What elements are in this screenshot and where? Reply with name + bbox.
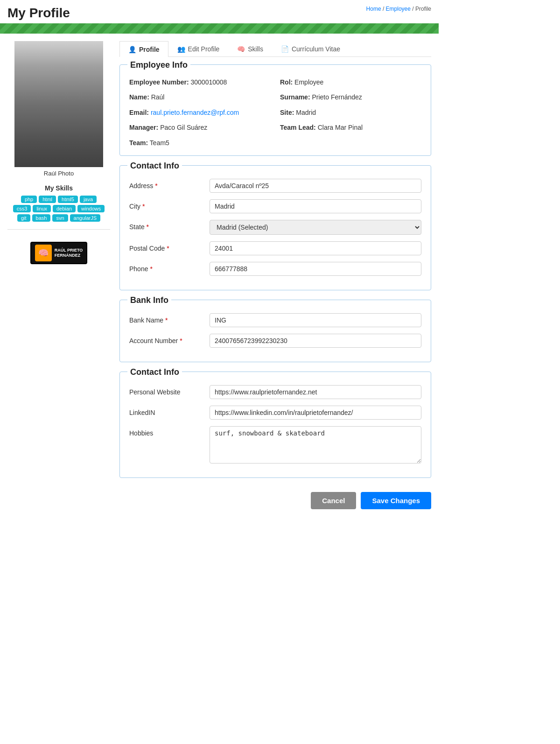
emp-field-manager: Manager: Paco Gil Suárez [129, 122, 271, 133]
form-row-linkedin: LinkedIN [129, 406, 421, 420]
page-header: My Profile Home / Employee / Profile [0, 0, 439, 23]
emp-field-name: Name: Raúl [129, 92, 271, 102]
city-label: City * [129, 199, 204, 210]
emp-teamlead-value: Clara Mar Pinal [318, 124, 363, 131]
emp-number-value: 3000010008 [190, 78, 227, 86]
skill-tag-angularJS: angularJS [70, 214, 101, 222]
breadcrumb-current: Profile [415, 6, 431, 12]
photo-person [14, 41, 103, 167]
emp-manager-value: Paco Gil Suárez [160, 124, 207, 131]
skill-tag-html5: html5 [58, 196, 78, 203]
sidebar-divider [7, 229, 110, 230]
progress-bar-fill [0, 23, 439, 34]
contact-info-section: Contact Info Address * City * [119, 165, 431, 290]
emp-field-surname: Surname: Prieto Fernández [280, 92, 421, 102]
form-row-postal: Postal Code * [129, 241, 421, 255]
brand-icon: 🧠 [35, 245, 52, 261]
emp-site-label: Site: [280, 109, 294, 116]
emp-field-teamlead: Team Lead: Clara Mar Pinal [280, 122, 421, 133]
bank-info-title: Bank Info [127, 295, 171, 305]
skill-tag-css3: css3 [13, 205, 31, 212]
personal-info-title: Contact Info [127, 367, 182, 377]
website-input[interactable] [210, 385, 421, 399]
emp-teamlead-label: Team Lead: [280, 124, 316, 131]
website-label: Personal Website [129, 385, 204, 396]
emp-team-label: Team: [129, 139, 148, 147]
skill-tag-java: java [80, 196, 97, 203]
address-input[interactable] [210, 179, 421, 193]
emp-field-team: Team: Team5 [129, 138, 271, 148]
emp-rol-label: Rol: [280, 78, 293, 86]
postal-input[interactable] [210, 241, 421, 255]
tab-edit-profile-label: Edit Profile [188, 45, 220, 53]
emp-email-value[interactable]: raul.prieto.fernandez@rpf.com [151, 109, 239, 116]
account-input[interactable] [210, 334, 421, 348]
bank-name-label: Bank Name * [129, 313, 204, 324]
cv-icon: 📄 [281, 45, 289, 53]
tab-skills-label: Skills [248, 45, 263, 53]
bank-name-input[interactable] [210, 313, 421, 327]
person-icon: 👤 [128, 46, 136, 53]
skill-tag-debian: debian [53, 205, 76, 212]
tab-edit-profile[interactable]: 👥 Edit Profile [168, 41, 229, 56]
edit-profile-icon: 👥 [177, 45, 185, 53]
form-row-bank-name: Bank Name * [129, 313, 421, 327]
phone-input[interactable] [210, 262, 421, 276]
account-required: * [180, 337, 182, 344]
tab-profile[interactable]: 👤 Profile [119, 41, 168, 57]
save-button[interactable]: Save Changes [361, 492, 431, 509]
employee-info-title: Employee Info [127, 60, 190, 70]
breadcrumb-sep1: / [383, 6, 386, 12]
skill-tag-svn: svn [52, 214, 68, 222]
address-label: Address * [129, 179, 204, 190]
form-row-state: State * Madrid (Selected) Barcelona Vale… [129, 220, 421, 235]
tab-skills[interactable]: 🧠 Skills [228, 41, 272, 56]
emp-site-value: Madrid [296, 109, 316, 116]
skill-tag-windows: windows [77, 205, 105, 212]
emp-surname-label: Surname: [280, 93, 310, 101]
emp-email-label: Email: [129, 109, 149, 116]
address-required: * [155, 182, 157, 190]
state-label: State * [129, 220, 204, 231]
city-input[interactable] [210, 199, 421, 213]
employee-info-section: Employee Info Employee Number: 300001000… [119, 64, 431, 156]
state-required: * [147, 223, 149, 231]
skill-tag-bash: bash [32, 214, 51, 222]
personal-info-section: Contact Info Personal Website LinkedIN H… [119, 372, 431, 478]
form-row-phone: Phone * [129, 262, 421, 276]
breadcrumb: Home / Employee / Profile [366, 6, 431, 12]
hobbies-textarea[interactable]: surf, snowboard & skateboard [210, 426, 421, 463]
form-row-city: City * [129, 199, 421, 213]
bank-info-form: Bank Name * Account Number * [129, 313, 421, 348]
photo-caption: Raúl Photo [44, 170, 74, 177]
city-required: * [142, 203, 145, 210]
brand-logo: 🧠 RAÚL PRIETOFERNÁNDEZ [30, 242, 88, 264]
profile-photo [14, 41, 103, 167]
page-title: My Profile [7, 6, 70, 21]
linkedin-input[interactable] [210, 406, 421, 420]
tab-curriculum[interactable]: 📄 Currículum Vitae [272, 41, 349, 56]
profile-progress-bar: Profile Status (100%) [0, 23, 439, 34]
postal-required: * [167, 245, 169, 252]
skills-section-label: My Skills [45, 184, 73, 192]
cancel-button[interactable]: Cancel [311, 492, 356, 509]
contact-info-title: Contact Info [127, 161, 182, 171]
employee-info-grid: Employee Number: 3000010008 Rol: Employe… [129, 77, 421, 148]
emp-surname-value: Prieto Fernández [312, 93, 362, 101]
skill-tag-linux: linux [33, 205, 51, 212]
tab-curriculum-label: Currículum Vitae [292, 45, 340, 53]
state-select[interactable]: Madrid (Selected) Barcelona Valencia Sev… [210, 220, 421, 235]
skills-icon: 🧠 [237, 45, 245, 53]
breadcrumb-home[interactable]: Home [366, 6, 381, 12]
form-row-website: Personal Website [129, 385, 421, 399]
form-row-address: Address * [129, 179, 421, 193]
emp-name-value: Raúl [151, 93, 165, 101]
emp-number-label: Employee Number: [129, 78, 189, 86]
phone-label: Phone * [129, 262, 204, 273]
breadcrumb-employee[interactable]: Employee [386, 6, 411, 12]
sidebar: Raúl Photo My Skills phphtmlhtml5javacss… [7, 41, 110, 514]
form-row-hobbies: Hobbies surf, snowboard & skateboard [129, 426, 421, 463]
tab-profile-label: Profile [139, 46, 160, 53]
skills-tags: phphtmlhtml5javacss3linuxdebianwindowsgi… [7, 196, 110, 222]
emp-name-label: Name: [129, 93, 149, 101]
